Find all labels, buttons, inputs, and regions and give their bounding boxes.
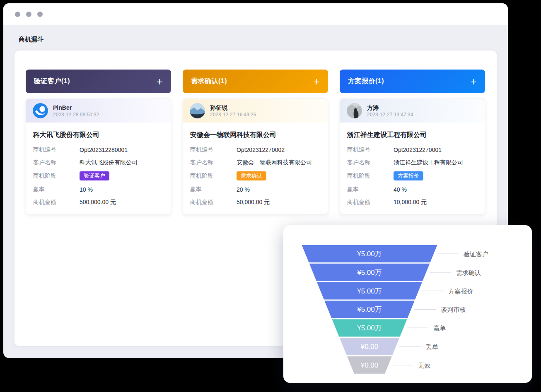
kanban-board: 验证客户(1) + PinBer 2023-12-28 09:50:32 <box>26 70 485 215</box>
card-body: 安徽会一物联网科技有限公司 商机编号Opt202312270002 客户名称安徽… <box>183 123 328 214</box>
window-controls <box>15 12 43 17</box>
created-timestamp: 2023-12-27 13:47:34 <box>367 111 413 118</box>
page-title: 商机漏斗 <box>19 36 43 43</box>
field-label: 赢率 <box>33 186 80 193</box>
funnel-chart: ¥5.00万验证客户¥5.00万需求确认¥5.00万方案报价¥5.00万谈判审核… <box>283 225 532 383</box>
field-value: 浙江祥生建设工程有限公司 <box>394 159 463 166</box>
funnel-stage-label: 赢单 <box>433 325 446 332</box>
owner-avatar-photo <box>347 103 362 118</box>
field-value: 500,000.00 元 <box>80 199 116 206</box>
funnel-value-label: ¥5.00万 <box>357 250 382 258</box>
column-title: 验证客户(1) <box>34 77 70 86</box>
add-opportunity-button[interactable]: + <box>157 76 163 87</box>
field-value: Opt202312280001 <box>80 147 128 153</box>
opportunity-title: 浙江祥生建设工程有限公司 <box>347 131 478 139</box>
field-label: 商机编号 <box>190 146 237 154</box>
window-control-dot[interactable] <box>37 12 43 17</box>
card-body: 科大讯飞股份有限公司 商机编号Opt202312280001 客户名称科大讯飞股… <box>26 123 171 214</box>
field-label: 商机编号 <box>33 146 80 154</box>
funnel-value-label: ¥0.00 <box>360 343 379 351</box>
card-body: 浙江祥生建设工程有限公司 商机编号Opt202312270001 客户名称浙江祥… <box>340 123 485 214</box>
pinber-avatar <box>33 103 48 118</box>
created-timestamp: 2023-12-28 09:50:32 <box>53 111 99 118</box>
card-header: 孙征锐 2023-12-27 16:49:26 <box>183 99 328 123</box>
owner-name: 孙征锐 <box>210 104 256 111</box>
field-label: 商机阶段 <box>190 172 237 180</box>
owner-avatar-photo <box>190 103 205 118</box>
kanban-column-requirement-confirm: 需求确认(1) + 孙征锐 2023-12-27 16:49:26 <box>183 70 328 215</box>
field-value: Opt202312270001 <box>394 147 442 153</box>
stage-badge: 方案报价 <box>394 171 423 180</box>
kanban-column-proposal-quote: 方案报价(1) + 方涛 2023-12-27 13:47:34 <box>340 70 485 215</box>
field-label: 商机金额 <box>347 199 394 206</box>
column-header: 方案报价(1) + <box>340 70 485 93</box>
window-control-dot[interactable] <box>26 12 31 17</box>
add-opportunity-button[interactable]: + <box>314 76 320 87</box>
window-titlebar <box>3 3 508 25</box>
field-label: 客户名称 <box>190 159 237 166</box>
funnel-stage-label: 丢单 <box>426 343 438 350</box>
funnel-stage-label: 谈判审核 <box>441 306 466 313</box>
created-timestamp: 2023-12-27 16:49:26 <box>210 111 256 118</box>
field-label: 商机阶段 <box>33 172 80 180</box>
opportunity-title: 科大讯飞股份有限公司 <box>33 131 164 139</box>
field-value: 10 % <box>80 186 93 193</box>
funnel-value-label: ¥5.00万 <box>357 287 382 295</box>
funnel-chart-panel: ¥5.00万验证客户¥5.00万需求确认¥5.00万方案报价¥5.00万谈判审核… <box>283 225 532 383</box>
opportunity-card[interactable]: 孙征锐 2023-12-27 16:49:26 安徽会一物联网科技有限公司 商机… <box>183 99 328 215</box>
field-value: 安徽会一物联网科技有限公司 <box>237 159 312 166</box>
field-value: 20 % <box>237 186 250 193</box>
column-title: 方案报价(1) <box>348 77 384 86</box>
funnel-stage-label: 验证客户 <box>464 250 488 257</box>
opportunity-card[interactable]: 方涛 2023-12-27 13:47:34 浙江祥生建设工程有限公司 商机编号… <box>340 99 485 215</box>
add-opportunity-button[interactable]: + <box>471 76 477 87</box>
funnel-stage-label: 无效 <box>418 362 431 369</box>
card-header: 方涛 2023-12-27 13:47:34 <box>340 99 485 123</box>
stage-badge: 需求确认 <box>237 171 266 180</box>
field-label: 商机金额 <box>33 199 80 206</box>
field-value: 50,000.00 元 <box>237 199 270 206</box>
owner-name: 方涛 <box>367 104 413 111</box>
funnel-stage-label: 方案报价 <box>448 288 473 295</box>
field-label: 客户名称 <box>347 159 394 166</box>
card-header: PinBer 2023-12-28 09:50:32 <box>26 99 171 123</box>
column-title: 需求确认(1) <box>191 77 227 86</box>
field-value: Opt202312270002 <box>237 147 285 153</box>
funnel-value-label: ¥5.00万 <box>357 269 382 277</box>
owner-name: PinBer <box>53 104 99 111</box>
funnel-value-label: ¥0.00 <box>360 361 379 369</box>
funnel-value-label: ¥5.00万 <box>357 324 382 332</box>
field-label: 赢率 <box>347 186 394 193</box>
field-label: 商机编号 <box>347 146 394 154</box>
opportunity-title: 安徽会一物联网科技有限公司 <box>190 131 321 139</box>
window-control-dot[interactable] <box>15 12 20 17</box>
column-header: 验证客户(1) + <box>26 70 171 93</box>
field-label: 商机金额 <box>190 199 237 206</box>
funnel-value-label: ¥5.00万 <box>357 305 382 313</box>
column-header: 需求确认(1) + <box>183 70 328 93</box>
field-label: 客户名称 <box>33 159 80 166</box>
field-value: 科大讯飞股份有限公司 <box>80 159 138 166</box>
funnel-stage-label: 需求确认 <box>456 269 481 276</box>
field-value: 40 % <box>394 186 407 193</box>
field-label: 赢率 <box>190 186 237 193</box>
field-label: 商机阶段 <box>347 172 394 180</box>
opportunity-card[interactable]: PinBer 2023-12-28 09:50:32 科大讯飞股份有限公司 商机… <box>26 99 171 215</box>
field-value: 10,000.00 元 <box>394 199 427 206</box>
kanban-column-validate-customer: 验证客户(1) + PinBer 2023-12-28 09:50:32 <box>26 70 171 215</box>
stage-badge: 验证客户 <box>80 171 109 180</box>
